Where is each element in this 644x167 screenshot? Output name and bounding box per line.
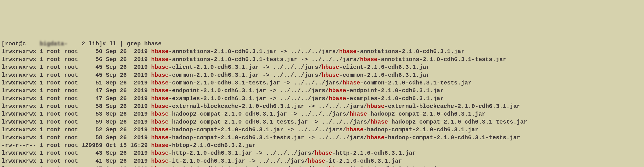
terminal-output: [root@c bigdata- 2 lib]# ll | grep hbase… xyxy=(2,32,642,167)
file-row: lrwxrwxrwx 1 root root 47 Sep 26 2019 hb… xyxy=(2,165,642,167)
file-name-segment: -hadoop2-compat-2.1.0-cdh6.3.1.jar -> ..… xyxy=(168,111,350,117)
grep-match: hbase xyxy=(342,80,360,86)
grep-match: hbase xyxy=(350,111,367,117)
file-metadata: lrwxrwxrwx 1 root root 52 Sep 26 2019 xyxy=(2,127,151,133)
prompt-host-blur: bigdata- xyxy=(26,40,82,47)
grep-match: hbase xyxy=(151,64,168,70)
grep-match: hbase xyxy=(346,127,364,133)
grep-match: hbase xyxy=(367,134,384,141)
file-name-segment: -hbtop-2.1.0-cdh6.3.2.jar xyxy=(168,142,256,149)
file-name-segment: -examples-2.1.0-cdh6.3.1.jar -> ../../..… xyxy=(168,95,329,102)
file-name-segment: -common-2.1.0-cdh6.3.1-tests.jar -> ../.… xyxy=(168,80,342,86)
grep-match: hbase xyxy=(308,158,325,164)
grep-match: hbase xyxy=(329,166,346,167)
file-name-segment: -client-2.1.0-cdh6.3.1.jar -> ../../../j… xyxy=(168,64,322,70)
file-name-segment: -http-2.1.0-cdh6.3.1.jar -> ../../../jar… xyxy=(168,150,315,156)
file-name-segment: -annotations-2.1.0-cdh6.3.1-tests.jar ->… xyxy=(168,56,360,63)
file-metadata: lrwxrwxrwx 1 root root 47 Sep 26 2019 xyxy=(2,166,151,167)
grep-match: hbase xyxy=(315,150,332,156)
file-row: -rw-r--r-- 1 root root 129989 Oct 15 16:… xyxy=(2,142,642,149)
grep-match: hbase xyxy=(322,64,339,70)
file-name-segment: -annotations-2.1.0-cdh6.3.1.jar -> ../..… xyxy=(168,48,339,55)
file-name-segment: -http-2.1.0-cdh6.3.1.jar xyxy=(332,150,416,156)
file-name-segment: -hadoop-compat-2.1.0-cdh6.3.1.jar xyxy=(364,127,478,133)
grep-match: hbase xyxy=(367,103,384,110)
file-name-segment: -annotations-2.1.0-cdh6.3.1.jar xyxy=(356,48,464,55)
file-metadata: lrwxrwxrwx 1 root root 59 Sep 26 2019 xyxy=(2,119,151,125)
grep-match: hbase xyxy=(151,158,168,164)
file-name-segment: -endpoint-2.1.0-cdh6.3.1.jar xyxy=(346,87,444,94)
file-row: lrwxrwxrwx 1 root root 58 Sep 26 2019 hb… xyxy=(2,103,642,110)
grep-match: hbase xyxy=(151,142,168,149)
file-metadata: lrwxrwxrwx 1 root root 45 Sep 26 2019 xyxy=(2,72,151,78)
grep-match: hbase xyxy=(360,56,377,63)
file-name-segment: -common-2.1.0-cdh6.3.1.jar -> ../../../j… xyxy=(168,72,322,78)
file-row: lrwxrwxrwx 1 root root 45 Sep 26 2019 hb… xyxy=(2,71,642,79)
grep-match: hbase xyxy=(329,87,346,94)
grep-match: hbase xyxy=(151,56,168,63)
grep-match: hbase xyxy=(151,111,168,117)
file-listing: lrwxrwxrwx 1 root root 50 Sep 26 2019 hb… xyxy=(2,48,642,167)
file-metadata: lrwxrwxrwx 1 root root 58 Sep 26 2019 xyxy=(2,103,151,110)
file-metadata: lrwxrwxrwx 1 root root 50 Sep 26 2019 xyxy=(2,48,151,55)
file-name-segment: -hadoop-compat-2.1.0-cdh6.3.1-tests.jar … xyxy=(168,134,367,141)
file-name-segment: -hadoop2-compat-2.1.0-cdh6.3.1-tests.jar xyxy=(388,119,527,125)
file-name-segment: -hadoop2-compat-2.1.0-cdh6.3.1-tests.jar… xyxy=(168,119,370,125)
grep-match: hbase xyxy=(329,95,346,102)
file-metadata: lrwxrwxrwx 1 root root 47 Sep 26 2019 xyxy=(2,87,151,94)
prompt-user: [root@c xyxy=(2,40,26,47)
file-row: lrwxrwxrwx 1 root root 41 Sep 26 2019 hb… xyxy=(2,157,642,165)
file-name-segment: -external-blockcache-2.1.0-cdh6.3.1.jar xyxy=(384,103,520,110)
file-name-segment: -it-2.1.0-cdh6.3.1-tests.jar -> ../../..… xyxy=(168,166,329,167)
file-row: lrwxrwxrwx 1 root root 51 Sep 26 2019 hb… xyxy=(2,79,642,87)
file-name-segment: -it-2.1.0-cdh6.3.1.jar -> ../../../jars/ xyxy=(168,158,308,164)
file-metadata: lrwxrwxrwx 1 root root 56 Sep 26 2019 xyxy=(2,56,151,63)
grep-match: hbase xyxy=(151,87,168,94)
grep-match: hbase xyxy=(151,134,168,141)
file-name-segment: -hadoop-compat-2.1.0-cdh6.3.1.jar -> ../… xyxy=(168,127,346,133)
grep-match: hbase xyxy=(151,72,168,78)
file-name-segment: -it-2.1.0-cdh6.3.1.jar xyxy=(325,158,402,164)
file-row: lrwxrwxrwx 1 root root 43 Sep 26 2019 hb… xyxy=(2,149,642,157)
file-row: lrwxrwxrwx 1 root root 56 Sep 26 2019 hb… xyxy=(2,56,642,63)
file-metadata: lrwxrwxrwx 1 root root 43 Sep 26 2019 xyxy=(2,150,151,156)
file-row: lrwxrwxrwx 1 root root 53 Sep 26 2019 hb… xyxy=(2,110,642,118)
file-name-segment: -common-2.1.0-cdh6.3.1.jar xyxy=(339,72,430,78)
grep-match: hbase xyxy=(151,95,168,102)
file-name-segment: -client-2.1.0-cdh6.3.1.jar xyxy=(339,64,430,70)
file-name-segment: -annotations-2.1.0-cdh6.3.1-tests.jar xyxy=(377,56,506,63)
file-name-segment: -endpoint-2.1.0-cdh6.3.1.jar -> ../../..… xyxy=(168,87,329,94)
grep-match: hbase xyxy=(151,150,168,156)
file-name-segment: -hadoop-compat-2.1.0-cdh6.3.1-tests.jar xyxy=(384,134,520,141)
file-metadata: -rw-r--r-- 1 root root 129989 Oct 15 16:… xyxy=(2,142,151,149)
file-metadata: lrwxrwxrwx 1 root root 45 Sep 26 2019 xyxy=(2,64,151,70)
grep-match: hbase xyxy=(151,127,168,133)
file-row: lrwxrwxrwx 1 root root 52 Sep 26 2019 hb… xyxy=(2,126,642,134)
file-row: lrwxrwxrwx 1 root root 47 Sep 26 2019 hb… xyxy=(2,87,642,95)
prompt-line: [root@c bigdata- 2 lib]# ll | grep hbase xyxy=(2,40,642,48)
file-row: lrwxrwxrwx 1 root root 50 Sep 26 2019 hb… xyxy=(2,48,642,55)
file-metadata: lrwxrwxrwx 1 root root 51 Sep 26 2019 xyxy=(2,80,151,86)
file-metadata: lrwxrwxrwx 1 root root 41 Sep 26 2019 xyxy=(2,158,151,164)
grep-match: hbase xyxy=(151,103,168,110)
file-metadata: lrwxrwxrwx 1 root root 47 Sep 26 2019 xyxy=(2,95,151,102)
grep-match: hbase xyxy=(322,72,339,78)
file-row: lrwxrwxrwx 1 root root 59 Sep 26 2019 hb… xyxy=(2,118,642,126)
grep-match: hbase xyxy=(151,48,168,55)
prompt-suffix: 2 lib]# ll | grep hbase xyxy=(82,40,162,47)
file-metadata: lrwxrwxrwx 1 root root 58 Sep 26 2019 xyxy=(2,134,151,141)
grep-match: hbase xyxy=(151,80,168,86)
file-name-segment: -common-2.1.0-cdh6.3.1-tests.jar xyxy=(360,80,472,86)
grep-match: hbase xyxy=(339,48,356,55)
file-name-segment: -examples-2.1.0-cdh6.3.1.jar xyxy=(346,95,444,102)
file-row: lrwxrwxrwx 1 root root 47 Sep 26 2019 hb… xyxy=(2,95,642,103)
grep-match: hbase xyxy=(370,119,388,125)
grep-match: hbase xyxy=(151,119,168,125)
file-name-segment: -external-blockcache-2.1.0-cdh6.3.1.jar … xyxy=(168,103,367,110)
file-row: lrwxrwxrwx 1 root root 58 Sep 26 2019 hb… xyxy=(2,134,642,142)
file-name-segment: -it-2.1.0-cdh6.3.1-tests.jar xyxy=(346,166,444,167)
grep-match: hbase xyxy=(151,166,168,167)
file-name-segment: -hadoop2-compat-2.1.0-cdh6.3.1.jar xyxy=(367,111,486,117)
file-metadata: lrwxrwxrwx 1 root root 53 Sep 26 2019 xyxy=(2,111,151,117)
file-row: lrwxrwxrwx 1 root root 45 Sep 26 2019 hb… xyxy=(2,63,642,71)
